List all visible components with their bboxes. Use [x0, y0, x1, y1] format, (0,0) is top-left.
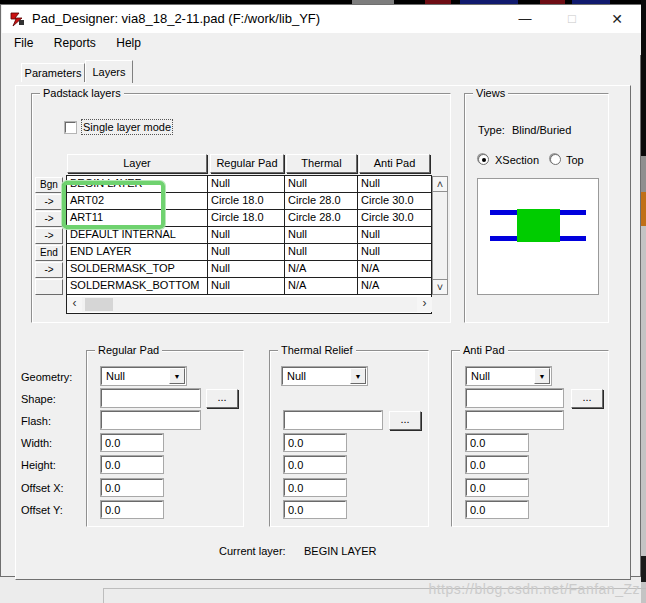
offset-y-label: Offset Y: [21, 504, 63, 516]
maximize-button[interactable]: □ [555, 5, 589, 33]
table-vertical-scrollbar[interactable] [432, 176, 448, 295]
thermal-relief-height-input[interactable] [284, 456, 346, 473]
cell-layer: DEFAULT INTERNAL [67, 227, 208, 243]
cell-thermal-relief: N/A [285, 261, 358, 277]
table-row-default-internal[interactable]: DEFAULT INTERNAL Null Null Null [67, 227, 431, 244]
current-layer-value: BEGIN LAYER [304, 545, 377, 557]
regular-pad-width-input[interactable] [101, 434, 163, 451]
single-layer-mode-checkbox[interactable] [65, 122, 76, 133]
minimize-button[interactable]: — [508, 5, 542, 33]
app-icon [10, 11, 26, 27]
menu-help[interactable]: Help [108, 33, 149, 53]
thermal-relief-width-input[interactable] [284, 434, 346, 451]
nav-button-art02[interactable]: -> [35, 194, 63, 210]
scroll-left-icon[interactable]: ‹ [67, 297, 82, 312]
chevron-down-icon[interactable]: ▼ [534, 368, 550, 384]
table-row-soldermask-top[interactable]: SOLDERMASK_TOP Null N/A N/A [67, 261, 431, 278]
regular-pad-offset-x-input[interactable] [101, 479, 163, 496]
horizontal-scroll-thumb[interactable] [85, 298, 113, 311]
type-label: Type: [478, 124, 505, 136]
thermal-relief-group-label: Thermal Relief [278, 344, 356, 356]
background-panel-edge-vertical [103, 588, 104, 603]
tab-parameters[interactable]: Parameters [21, 63, 85, 82]
xsection-radio[interactable] [478, 154, 489, 165]
regular-pad-geometry-combo[interactable]: Null ▼ [101, 367, 186, 385]
watermark-text: https://blog.csdn.net/Fanfan_Zz [428, 581, 640, 597]
scroll-right-icon[interactable]: › [417, 297, 432, 312]
cell-anti-pad: Null [358, 244, 431, 260]
xsection-preview [477, 178, 599, 295]
nav-button-soldermask-top[interactable]: -> [35, 262, 63, 278]
current-layer-label: Current layer: [219, 545, 286, 557]
cell-regular-pad: Circle 18.0 [208, 210, 285, 226]
cell-anti-pad: N/A [358, 261, 431, 277]
anti-pad-shape-browse-button[interactable]: ... [571, 389, 603, 408]
cell-thermal-relief: Circle 28.0 [285, 210, 358, 226]
close-button[interactable]: ✕ [600, 5, 634, 33]
chevron-down-icon[interactable]: ▼ [350, 368, 366, 384]
via-pad-rect [517, 209, 560, 242]
anti-pad-offset-y-input[interactable] [466, 501, 528, 518]
menu-reports[interactable]: Reports [46, 33, 104, 53]
regular-pad-geometry-value: Null [106, 370, 125, 382]
menu-file[interactable]: File [6, 33, 41, 53]
column-header-thermal-relief[interactable]: Thermal Relief [286, 154, 357, 173]
geometry-label: Geometry: [21, 371, 72, 383]
regular-pad-shape-input[interactable] [101, 389, 200, 407]
thermal-relief-offset-y-input[interactable] [284, 501, 346, 518]
table-row-end-layer[interactable]: END LAYER Null Null Null [67, 244, 431, 261]
regular-pad-offset-y-input[interactable] [101, 501, 163, 518]
nav-button-default-internal[interactable]: -> [35, 228, 63, 244]
anti-pad-shape-input[interactable] [466, 389, 563, 407]
anti-pad-flash-input[interactable] [466, 411, 563, 429]
anti-pad-height-input[interactable] [466, 456, 528, 473]
regular-pad-height-input[interactable] [101, 456, 163, 473]
scroll-down-icon[interactable]: ˅ [432, 279, 448, 295]
anti-pad-offset-x-input[interactable] [466, 479, 528, 496]
cell-layer: SOLDERMASK_TOP [67, 261, 208, 277]
thermal-relief-offset-x-input[interactable] [284, 479, 346, 496]
anti-pad-width-input[interactable] [466, 434, 528, 451]
anti-pad-geometry-value: Null [471, 370, 490, 382]
cell-regular-pad: Null [208, 244, 285, 260]
column-header-layer[interactable]: Layer [67, 154, 207, 173]
shape-label: Shape: [21, 393, 56, 405]
regular-pad-flash-input[interactable] [101, 411, 200, 429]
type-value: Blind/Buried [512, 124, 571, 136]
cell-layer: END LAYER [67, 244, 208, 260]
title-bar[interactable]: Pad_Designer: via8_18_2-11.pad (F:/work/… [2, 5, 641, 33]
thermal-relief-browse-button[interactable]: ... [389, 411, 421, 430]
table-horizontal-scrollbar[interactable] [67, 297, 432, 312]
menu-bar: File Reports Help [2, 33, 641, 55]
anti-pad-geometry-combo[interactable]: Null ▼ [466, 367, 551, 385]
nav-button-art11[interactable]: -> [35, 211, 63, 227]
cell-thermal-relief: Null [285, 227, 358, 243]
cell-regular-pad: Null [208, 261, 285, 277]
cell-regular-pad: Null [208, 176, 285, 192]
thermal-relief-geometry-combo[interactable]: Null ▼ [282, 367, 367, 385]
table-row-soldermask-bottom[interactable]: SOLDERMASK_BOTTOM Null N/A N/A [67, 278, 431, 295]
nav-button-soldermask-bottom[interactable] [35, 279, 63, 295]
scroll-up-icon[interactable]: ˄ [432, 176, 448, 192]
tab-layers[interactable]: Layers [85, 60, 133, 83]
chevron-down-icon[interactable]: ▼ [169, 368, 185, 384]
column-header-anti-pad[interactable]: Anti Pad [359, 154, 430, 173]
width-label: Width: [21, 437, 52, 449]
thermal-relief-geometry-value: Null [287, 370, 306, 382]
flash-label: Flash: [21, 415, 51, 427]
cell-anti-pad: Null [358, 227, 431, 243]
cell-thermal-relief: N/A [285, 278, 358, 294]
regular-pad-shape-browse-button[interactable]: ... [206, 389, 238, 408]
cell-thermal-relief: Null [285, 244, 358, 260]
thermal-relief-flash-input[interactable] [284, 411, 382, 429]
top-radio[interactable] [550, 154, 561, 165]
top-radio-label: Top [566, 154, 584, 166]
cell-anti-pad: Circle 30.0 [358, 210, 431, 226]
nav-button-bgn[interactable]: Bgn [35, 177, 63, 193]
cell-anti-pad: Null [358, 176, 431, 192]
nav-button-end[interactable]: End [35, 245, 63, 261]
single-layer-mode-label: Single layer mode [83, 121, 171, 133]
cell-regular-pad: Null [208, 278, 285, 294]
column-header-regular-pad[interactable]: Regular Pad [210, 154, 284, 173]
offset-x-label: Offset X: [21, 482, 64, 494]
